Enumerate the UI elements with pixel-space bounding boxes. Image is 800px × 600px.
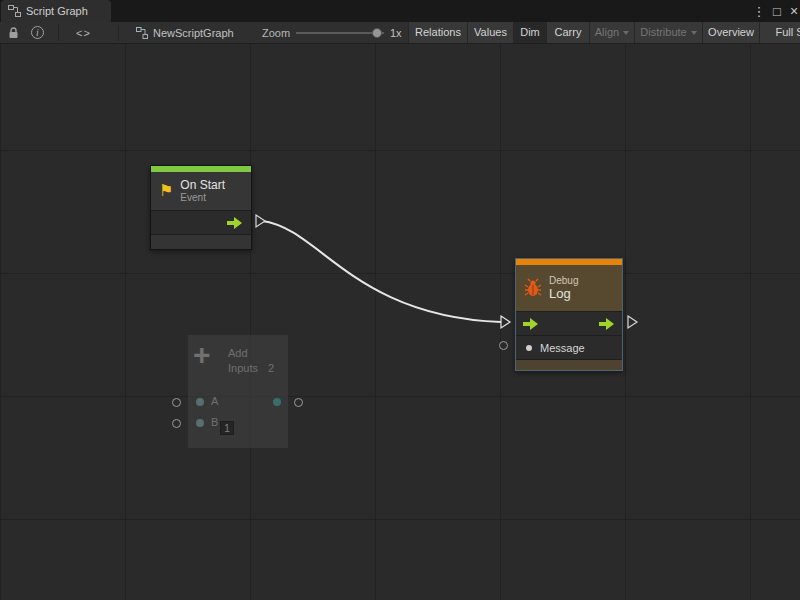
- port-a-label: A: [211, 395, 218, 407]
- graph-canvas[interactable]: ⚑ On Start Event Debug Lo: [0, 44, 800, 600]
- ghost-title-line2: Inputs: [228, 362, 258, 374]
- node-title: Log: [549, 287, 578, 301]
- zoom-label: Zoom: [262, 22, 290, 44]
- code-icon[interactable]: <>: [76, 22, 91, 44]
- graph-name[interactable]: NewScriptGraph: [153, 22, 234, 44]
- caret-down-icon: [691, 31, 697, 35]
- tab-script-graph[interactable]: Script Graph: [1, 0, 111, 22]
- ghost-port-a-circle[interactable]: [172, 398, 181, 407]
- plus-icon: +: [193, 338, 211, 372]
- toolbar-divider: [58, 25, 59, 41]
- ghost-title-line1: Add: [228, 347, 248, 359]
- node-subtitle: Event: [180, 192, 225, 204]
- align-label: Align: [595, 26, 619, 38]
- node-header: Debug Log: [516, 265, 622, 311]
- zoom-slider-track[interactable]: [296, 32, 384, 34]
- connection-wire[interactable]: [262, 221, 501, 322]
- zoom-value: 1x: [390, 22, 402, 44]
- node-on-start[interactable]: ⚑ On Start Event: [150, 165, 252, 250]
- align-button[interactable]: Align: [589, 22, 634, 44]
- zoom-slider-knob[interactable]: [372, 28, 382, 38]
- distribute-label: Distribute: [640, 26, 686, 38]
- script-graph-icon: [8, 5, 21, 17]
- maximize-icon[interactable]: □: [768, 0, 786, 22]
- port-b-label: B: [211, 416, 218, 428]
- close-icon[interactable]: ×: [785, 0, 800, 22]
- carry-button[interactable]: Carry: [546, 22, 589, 44]
- port-b-dot[interactable]: [196, 419, 204, 427]
- ghost-input-count[interactable]: 2: [268, 362, 274, 374]
- window-titlebar: Script Graph ⋮ □ ×: [0, 0, 800, 22]
- flow-port-row: [151, 210, 251, 234]
- result-port-dot[interactable]: [273, 398, 281, 406]
- ghost-port-b-circle[interactable]: [172, 419, 181, 428]
- kebab-menu-icon[interactable]: ⋮: [750, 0, 768, 22]
- node-title: On Start: [180, 178, 225, 192]
- flow-output-arrow-icon[interactable]: [599, 318, 615, 330]
- fullscreen-button[interactable]: Full S: [759, 22, 800, 44]
- graph-toolbar: i <> NewScriptGraph Zoom 1x Relations Va…: [0, 22, 800, 44]
- flow-input-arrow-icon[interactable]: [523, 318, 539, 330]
- node-header: ⚑ On Start Event: [151, 172, 251, 210]
- flow-port-row: [516, 311, 622, 335]
- ghost-result-circle[interactable]: [294, 398, 303, 407]
- node-add-ghost[interactable]: + Add Inputs 2 A B 1: [188, 335, 288, 448]
- tab-title: Script Graph: [26, 5, 88, 17]
- debug-output-port-triangle[interactable]: [628, 316, 637, 328]
- values-button[interactable]: Values: [467, 22, 513, 44]
- wire-arrowhead: [501, 316, 510, 328]
- onstart-output-port-triangle[interactable]: [256, 215, 265, 227]
- toolbar-divider: [118, 25, 119, 41]
- bug-icon: [524, 278, 542, 298]
- relations-button[interactable]: Relations: [408, 22, 467, 44]
- message-port-label: Message: [540, 342, 585, 354]
- distribute-button[interactable]: Distribute: [634, 22, 702, 44]
- graph-asset-icon: [136, 27, 148, 39]
- port-a-dot[interactable]: [196, 398, 204, 406]
- overview-button[interactable]: Overview: [702, 22, 759, 44]
- info-icon[interactable]: i: [31, 26, 44, 39]
- lock-icon[interactable]: [8, 27, 19, 39]
- flag-icon: ⚑: [159, 183, 173, 199]
- flow-output-arrow-icon[interactable]: [227, 217, 243, 229]
- port-b-value-field[interactable]: 1: [220, 421, 234, 435]
- node-footer: [516, 359, 622, 370]
- connections-layer: [0, 44, 800, 600]
- value-port-dot[interactable]: [526, 345, 532, 351]
- caret-down-icon: [623, 31, 629, 35]
- dim-button[interactable]: Dim: [513, 22, 546, 44]
- node-footer: [151, 234, 251, 249]
- message-port-circle[interactable]: [499, 341, 508, 350]
- node-debug-log[interactable]: Debug Log Message: [515, 258, 623, 371]
- value-port-row: Message: [516, 335, 622, 359]
